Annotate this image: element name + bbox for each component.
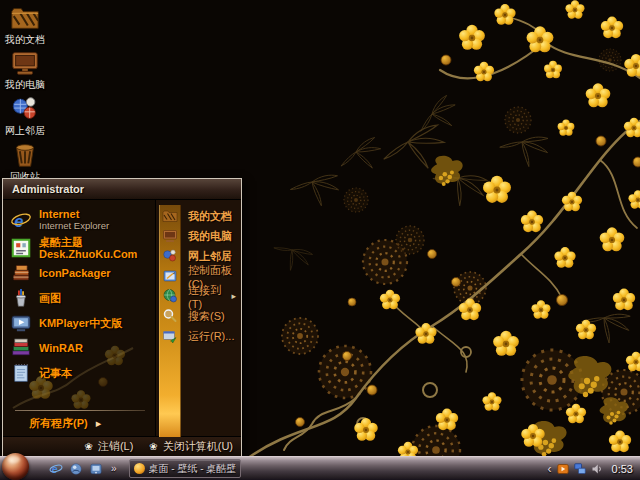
start-button[interactable] <box>2 453 29 480</box>
tray-volume-icon[interactable] <box>591 463 603 475</box>
item-title: Internet <box>39 208 109 220</box>
start-menu-left-column: e Internet Internet Explorer <box>3 200 156 436</box>
start-menu-user-header: Administrator <box>3 179 241 200</box>
log-off-flower-icon: ❀ <box>84 441 92 452</box>
search-icon <box>161 308 179 324</box>
start-menu: Administrator e Internet <box>2 178 242 457</box>
item-title: IconPackager <box>39 267 111 279</box>
start-menu-item-paint[interactable]: 画图 <box>3 285 155 310</box>
taskbar-clock[interactable]: 0:53 <box>612 463 633 475</box>
tray-kmplayer-icon[interactable] <box>557 463 569 475</box>
item-title: 桌酷主题Desk.ZhuoKu.Com <box>39 236 155 260</box>
zhuoku-theme-icon <box>10 237 32 259</box>
submenu-arrow-icon: ▸ <box>231 291 236 301</box>
all-programs-separator <box>15 410 145 411</box>
quick-launch-ie-icon[interactable]: e <box>49 462 63 476</box>
start-menu-item-iconpackager[interactable]: IconPackager <box>3 260 155 285</box>
start-menu-item-zhuoku-theme[interactable]: 桌酷主题Desk.ZhuoKu.Com <box>3 235 155 260</box>
quick-launch-show-desktop-icon[interactable] <box>69 462 83 476</box>
start-menu-item-winrar[interactable]: WinRAR <box>3 335 155 360</box>
paint-icon <box>10 287 32 309</box>
user-name: Administrator <box>12 183 84 195</box>
network-places-icon <box>10 94 40 124</box>
all-programs-label: 所有程序(P) <box>29 416 88 431</box>
iconpackager-icon <box>10 262 32 284</box>
item-title: 画图 <box>39 292 61 304</box>
start-menu-right-column: 我的文档 我的电脑 <box>156 200 241 436</box>
taskbar: e » 桌面 - 壁纸 - 桌酷壁... ‹ <box>0 456 640 480</box>
start-menu-item-search[interactable]: 搜索(S) <box>156 306 241 326</box>
desktop-icon-network-places[interactable]: 网上邻居 <box>1 94 49 136</box>
my-documents-icon <box>10 3 40 33</box>
task-window-icon <box>134 463 145 474</box>
start-menu-item-notepad[interactable]: 记事本 <box>3 360 155 385</box>
run-icon <box>161 328 179 344</box>
my-documents-icon <box>161 208 179 224</box>
desktop-icon-recycle-bin[interactable]: 回收站 <box>1 140 49 182</box>
connect-to-icon <box>161 288 179 304</box>
control-panel-icon <box>161 268 179 284</box>
start-menu-item-my-computer[interactable]: 我的电脑 <box>156 226 241 246</box>
tray-collapse-chevron-icon[interactable]: ‹ <box>548 462 552 476</box>
taskbar-task-button-wallpaper-window[interactable]: 桌面 - 壁纸 - 桌酷壁... <box>129 459 241 478</box>
my-computer-icon <box>10 48 40 78</box>
start-menu-item-kmplayer[interactable]: KMPlayer中文版 <box>3 310 155 335</box>
all-programs-arrow-icon: ▸ <box>96 417 102 430</box>
start-menu-item-run[interactable]: 运行(R)... <box>156 326 241 346</box>
all-programs-button[interactable]: 所有程序(P) ▸ <box>3 414 155 432</box>
start-menu-footer: ❀ 注销(L) ❀ 关闭计算机(U) <box>3 436 241 456</box>
start-menu-item-internet[interactable]: e Internet Internet Explorer <box>3 205 155 235</box>
desktop-icon-my-documents[interactable]: 我的文档 <box>1 3 49 45</box>
tray-network-icon[interactable] <box>574 463 586 475</box>
item-title: KMPlayer中文版 <box>39 317 122 329</box>
kmplayer-icon <box>10 312 32 334</box>
quick-launch-bar: e » <box>49 462 117 476</box>
notepad-icon <box>10 362 32 384</box>
desktop-icon-my-computer[interactable]: 我的电脑 <box>1 48 49 90</box>
quick-launch-overflow-chevron-icon[interactable]: » <box>111 463 117 474</box>
start-menu-item-connect-to[interactable]: 连接到(T) ▸ <box>156 286 241 306</box>
log-off-button[interactable]: ❀ 注销(L) <box>84 439 133 454</box>
start-menu-item-my-documents[interactable]: 我的文档 <box>156 206 241 226</box>
system-tray: ‹ 0:53 <box>548 462 640 476</box>
internet-explorer-icon: e <box>10 209 32 231</box>
turn-off-computer-button[interactable]: ❀ 关闭计算机(U) <box>149 439 233 454</box>
turn-off-flower-icon: ❀ <box>149 441 157 452</box>
my-computer-icon <box>161 228 179 244</box>
desktop-icon-label: 我的文档 <box>1 34 49 45</box>
item-subtitle: Internet Explorer <box>39 220 109 232</box>
network-places-icon <box>161 248 179 264</box>
item-title: WinRAR <box>39 342 83 354</box>
desktop-icon-label: 我的电脑 <box>1 79 49 90</box>
item-title: 记事本 <box>39 367 72 379</box>
winrar-icon <box>10 337 32 359</box>
desktop-icon-label: 网上邻居 <box>1 125 49 136</box>
recycle-bin-icon <box>10 140 40 170</box>
quick-launch-media-player-icon[interactable] <box>89 462 103 476</box>
